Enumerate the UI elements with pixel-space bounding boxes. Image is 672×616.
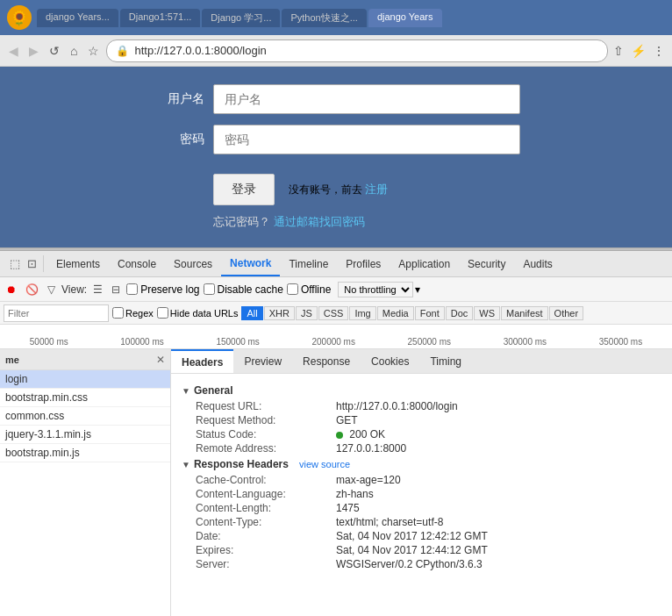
details-tab-preview[interactable]: Preview bbox=[233, 349, 292, 373]
username-input[interactable] bbox=[213, 84, 520, 114]
devtools: ⬚ ⊡ Elements Console Sources Network Tim… bbox=[0, 251, 672, 616]
lightning-button[interactable]: ⚡ bbox=[629, 42, 647, 60]
general-collapse-icon[interactable]: ▼ bbox=[182, 386, 190, 396]
view-detail-icon[interactable]: ⊟ bbox=[109, 283, 123, 297]
browser-tab-4[interactable]: Python快速之... bbox=[282, 9, 366, 27]
tab-sources[interactable]: Sources bbox=[165, 251, 221, 276]
filter-font-btn[interactable]: Font bbox=[415, 306, 445, 320]
resp-key-length: Content-Length: bbox=[196, 502, 336, 514]
file-item-common-css[interactable]: common.css bbox=[0, 407, 170, 426]
record-button[interactable]: ⏺ bbox=[4, 283, 19, 297]
filter-css-btn[interactable]: CSS bbox=[318, 306, 349, 320]
details-tab-response[interactable]: Response bbox=[292, 349, 361, 373]
disable-cache-checkbox[interactable] bbox=[204, 283, 215, 295]
devtools-device-icon[interactable]: ⊡ bbox=[25, 255, 39, 272]
timeline-labels: 50000 ms 100000 ms 150000 ms 200000 ms 2… bbox=[0, 337, 672, 347]
details-tab-cookies[interactable]: Cookies bbox=[361, 349, 419, 373]
tab-elements[interactable]: Elements bbox=[47, 251, 109, 276]
offline-checkbox[interactable] bbox=[287, 283, 298, 295]
view-list-icon[interactable]: ☰ bbox=[90, 283, 105, 297]
regex-checkbox[interactable] bbox=[112, 307, 124, 319]
password-row: 密码 bbox=[152, 125, 520, 154]
detail-val-remote: 127.0.0.1:8000 bbox=[336, 442, 406, 455]
status-text: 200 OK bbox=[349, 428, 385, 441]
password-input[interactable] bbox=[213, 125, 520, 154]
detail-val-status: 200 OK bbox=[336, 428, 385, 441]
register-link[interactable]: 注册 bbox=[365, 183, 388, 196]
file-item-bootstrap-js[interactable]: bootstrap.min.js bbox=[0, 444, 170, 462]
filter-other-btn[interactable]: Other bbox=[549, 306, 584, 320]
file-list: login bootstrap.min.css common.css jquer… bbox=[0, 370, 170, 616]
tab-console[interactable]: Console bbox=[109, 251, 165, 276]
timeline-label-5: 250000 ms bbox=[408, 337, 451, 347]
back-button[interactable]: ◀ bbox=[5, 42, 22, 60]
share-button[interactable]: ⇧ bbox=[611, 42, 626, 60]
filter-doc-btn[interactable]: Doc bbox=[446, 306, 474, 320]
resp-key-expires: Expires: bbox=[196, 544, 336, 556]
filter-xhr-btn[interactable]: XHR bbox=[264, 306, 295, 320]
throttle-select[interactable]: No throttling bbox=[338, 282, 413, 297]
devtools-inspect-icon[interactable]: ⬚ bbox=[7, 255, 23, 272]
login-button[interactable]: 登录 bbox=[213, 174, 275, 205]
filter-input[interactable] bbox=[4, 304, 109, 322]
resp-row-server: Server: WSGIServer/0.2 CPython/3.6.3 bbox=[182, 558, 661, 570]
response-headers-collapse-icon[interactable]: ▼ bbox=[182, 460, 190, 469]
response-headers-section-header: ▼ Response Headers view source bbox=[182, 458, 661, 470]
home-button[interactable]: ⌂ bbox=[67, 42, 81, 60]
browser-tab-3[interactable]: Django 学习... bbox=[202, 9, 280, 27]
file-item-login[interactable]: login bbox=[0, 370, 170, 389]
regex-group: Regex bbox=[112, 307, 154, 319]
filter-ws-btn[interactable]: WS bbox=[474, 306, 500, 320]
details-tab-headers[interactable]: Headers bbox=[171, 349, 233, 373]
reload-button[interactable]: ↺ bbox=[46, 42, 63, 60]
throttle-group: No throttling ▾ bbox=[338, 282, 420, 297]
filter-manifest-btn[interactable]: Manifest bbox=[501, 306, 548, 320]
browser-tab-1[interactable]: django Years... bbox=[37, 9, 118, 27]
filter-icon[interactable]: ▽ bbox=[45, 283, 58, 297]
filter-media-btn[interactable]: Media bbox=[377, 306, 414, 320]
clear-button[interactable]: 🚫 bbox=[23, 283, 41, 297]
timeline-label-1: 50000 ms bbox=[30, 337, 68, 347]
url-input[interactable] bbox=[134, 44, 598, 57]
general-section-title: General bbox=[194, 384, 233, 397]
bookmark-button[interactable]: ☆ bbox=[84, 42, 103, 60]
menu-button[interactable]: ⋮ bbox=[651, 42, 667, 60]
tab-timeline[interactable]: Timeline bbox=[280, 251, 337, 276]
disable-cache-group: Disable cache bbox=[204, 283, 283, 296]
timeline-label-2: 100000 ms bbox=[120, 337, 163, 347]
tab-profiles[interactable]: Profiles bbox=[337, 251, 390, 276]
tab-security[interactable]: Security bbox=[459, 251, 514, 276]
detail-key-method: Request Method: bbox=[196, 414, 336, 426]
timeline-label-3: 150000 ms bbox=[216, 337, 259, 347]
file-item-bootstrap-css[interactable]: bootstrap.min.css bbox=[0, 389, 170, 407]
filter-all-btn[interactable]: All bbox=[241, 306, 262, 320]
resp-key-server: Server: bbox=[196, 558, 336, 570]
devtools-toolbar: ⬚ ⊡ Elements Console Sources Network Tim… bbox=[0, 251, 672, 277]
resp-row-cache: Cache-Control: max-age=120 bbox=[182, 474, 661, 486]
view-source-link[interactable]: view source bbox=[299, 459, 350, 469]
resp-key-lang: Content-Language: bbox=[196, 488, 336, 500]
resp-row-date: Date: Sat, 04 Nov 2017 12:42:12 GMT bbox=[182, 530, 661, 542]
browser-tab-2[interactable]: Django1:571... bbox=[120, 9, 201, 27]
resp-val-expires: Sat, 04 Nov 2017 12:44:12 GMT bbox=[336, 544, 488, 556]
filter-bar: Regex Hide data URLs All XHR JS CSS Img … bbox=[0, 302, 672, 325]
resp-val-date: Sat, 04 Nov 2017 12:42:12 GMT bbox=[336, 530, 488, 542]
address-bar[interactable]: 🔒 bbox=[106, 39, 608, 62]
file-item-jquery[interactable]: jquery-3.1.1.min.js bbox=[0, 426, 170, 444]
tab-application[interactable]: Application bbox=[390, 251, 459, 276]
detail-val-url: http://127.0.0.1:8000/login bbox=[336, 400, 458, 412]
forgot-password-row: 忘记密码？ 通过邮箱找回密码 bbox=[213, 214, 365, 230]
filter-js-btn[interactable]: JS bbox=[296, 306, 318, 320]
forward-button[interactable]: ▶ bbox=[25, 42, 42, 60]
tab-audits[interactable]: Audits bbox=[514, 251, 561, 276]
filter-img-btn[interactable]: Img bbox=[349, 306, 375, 320]
detail-val-method: GET bbox=[336, 414, 358, 426]
resp-val-cache: max-age=120 bbox=[336, 474, 401, 486]
hide-data-checkbox[interactable] bbox=[157, 307, 168, 319]
tab-network[interactable]: Network bbox=[221, 251, 280, 276]
browser-tab-5[interactable]: django Years bbox=[368, 9, 442, 27]
details-tab-timing[interactable]: Timing bbox=[419, 349, 472, 373]
recover-link[interactable]: 通过邮箱找回密码 bbox=[274, 215, 365, 228]
file-list-close-btn[interactable]: ✕ bbox=[156, 354, 165, 366]
preserve-log-checkbox[interactable] bbox=[126, 283, 138, 295]
